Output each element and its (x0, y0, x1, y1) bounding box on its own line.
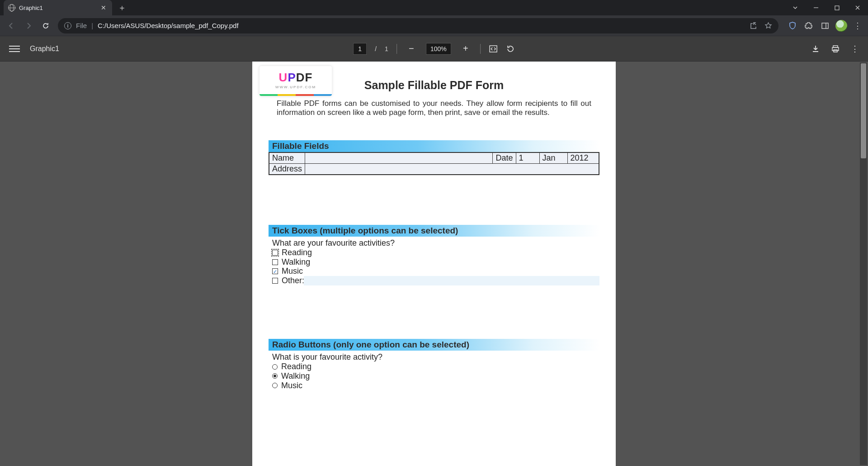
updf-logo: UPDF WWW.UPDF.COM (259, 66, 332, 96)
svg-rect-1 (822, 23, 828, 29)
date-label: Date (493, 152, 516, 164)
date-day-input[interactable]: 1 (516, 152, 539, 164)
logo-letter: U (279, 71, 288, 84)
radio-icon[interactable] (272, 383, 278, 388)
option-label: Walking (281, 371, 310, 381)
logo-letter: F (305, 71, 313, 84)
option-label: Reading (281, 362, 311, 371)
form-intro: Fillable PDF forms can be customised to … (269, 99, 599, 117)
name-input[interactable] (305, 152, 493, 164)
radio-option-reading[interactable]: Reading (272, 362, 599, 371)
vertical-scrollbar[interactable] (860, 62, 867, 465)
logo-underline (259, 94, 332, 96)
download-button[interactable] (811, 44, 820, 53)
pdf-doc-title: Graphic1 (30, 45, 59, 53)
url-scheme: File (76, 22, 87, 29)
tick-option-reading[interactable]: Reading (272, 248, 599, 257)
checkbox-icon[interactable] (272, 250, 278, 256)
tick-option-music[interactable]: ✓ Music (272, 266, 599, 276)
date-year-input[interactable]: 2012 (567, 152, 599, 164)
pdf-page-total: 1 (385, 45, 388, 52)
checkbox-icon[interactable]: ✓ (272, 268, 278, 274)
svg-rect-0 (835, 6, 839, 10)
option-label: Walking (282, 257, 310, 267)
fields-table: Name Date 1 Jan 2012 Address (269, 152, 599, 175)
bookmark-star-icon[interactable] (764, 22, 772, 29)
address-input[interactable] (305, 164, 599, 175)
nav-forward-button[interactable] (21, 18, 36, 33)
checkbox-icon[interactable] (272, 259, 278, 265)
table-row: Address (269, 164, 599, 175)
browser-menu-button[interactable]: ⋮ (851, 19, 864, 33)
name-label: Name (269, 152, 305, 164)
logo-subtext: WWW.UPDF.COM (259, 85, 332, 89)
scrollbar-thumb[interactable] (861, 63, 866, 158)
address-bar[interactable]: i File | C:/Users/ASUS/Desktop/sample_pd… (58, 18, 778, 33)
pdf-viewport: UPDF WWW.UPDF.COM Sample Fillable PDF Fo… (0, 62, 868, 466)
window-close-button[interactable] (847, 0, 868, 15)
new-tab-button[interactable]: ＋ (116, 1, 128, 14)
section-fillable-fields: Fillable Fields (269, 140, 599, 152)
section-radio-buttons: Radio Buttons (only one option can be se… (269, 339, 599, 351)
extensions-icon[interactable] (802, 19, 816, 33)
zoom-level[interactable]: 100% (426, 43, 451, 55)
radio-option-walking[interactable]: Walking (272, 371, 599, 381)
nav-reload-button[interactable] (38, 18, 53, 33)
table-row: Name Date 1 Jan 2012 (269, 152, 599, 164)
privacy-shield-icon[interactable] (786, 19, 799, 33)
tick-question: What are your favourite activities? (269, 238, 599, 248)
tick-option-other[interactable]: Other: (272, 276, 599, 285)
globe-icon (8, 4, 15, 11)
radio-question: What is your favourite activity? (269, 352, 599, 362)
side-panel-icon[interactable] (818, 19, 832, 33)
url-path: C:/Users/ASUS/Desktop/sample_pdf_Copy.pd… (98, 22, 239, 29)
option-label: Music (281, 381, 302, 390)
site-info-icon[interactable]: i (64, 22, 71, 29)
zoom-out-button[interactable]: − (405, 43, 418, 55)
browser-actions: ⋮ (783, 19, 864, 33)
rotate-button[interactable] (506, 44, 515, 53)
url-separator: | (91, 22, 93, 29)
tick-option-walking[interactable]: Walking (272, 257, 599, 267)
checkbox-icon[interactable] (272, 278, 278, 284)
browser-toolbar: i File | C:/Users/ASUS/Desktop/sample_pd… (0, 15, 868, 36)
section-tick-boxes: Tick Boxes (multiple options can be sele… (269, 225, 599, 237)
profile-avatar[interactable] (835, 19, 848, 33)
option-label: Other: (282, 276, 304, 285)
radio-option-music[interactable]: Music (272, 381, 599, 390)
window-minimize-button[interactable] (806, 0, 826, 15)
logo-letter: D (296, 71, 305, 84)
option-label: Music (282, 266, 303, 276)
zoom-in-button[interactable]: + (459, 43, 472, 55)
address-label: Address (269, 164, 305, 175)
option-label: Reading (282, 248, 312, 257)
radio-icon[interactable] (272, 364, 278, 370)
browser-tab[interactable]: Graphic1 ✕ (4, 0, 112, 15)
pdf-more-button[interactable]: ⋮ (851, 44, 859, 54)
fit-page-button[interactable] (489, 44, 498, 53)
browser-tabstrip: Graphic1 ✕ ＋ (0, 0, 868, 15)
radio-options: Reading Walking Music (269, 362, 599, 390)
tick-options: Reading Walking ✓ Music Other: (269, 248, 599, 285)
window-controls (785, 0, 868, 15)
toolbar-divider (396, 44, 397, 54)
pdf-page-separator: / (375, 45, 377, 52)
pdf-page: UPDF WWW.UPDF.COM Sample Fillable PDF Fo… (252, 62, 616, 466)
window-maximize-button[interactable] (826, 0, 847, 15)
date-month-input[interactable]: Jan (539, 152, 567, 164)
toolbar-divider (480, 44, 481, 54)
pdf-menu-icon[interactable] (9, 46, 20, 52)
print-button[interactable] (831, 44, 840, 53)
pdf-toolbar: Graphic1 1 / 1 − 100% + ⋮ (0, 36, 868, 62)
radio-icon[interactable] (272, 373, 278, 379)
svg-rect-5 (832, 48, 839, 51)
tab-search-button[interactable] (785, 0, 806, 15)
tab-title: Graphic1 (19, 5, 43, 11)
nav-back-button[interactable] (4, 18, 19, 33)
logo-letter: P (288, 71, 296, 84)
pdf-page-input[interactable]: 1 (353, 43, 367, 55)
tab-close-icon[interactable]: ✕ (99, 4, 108, 12)
share-icon[interactable] (750, 22, 757, 29)
